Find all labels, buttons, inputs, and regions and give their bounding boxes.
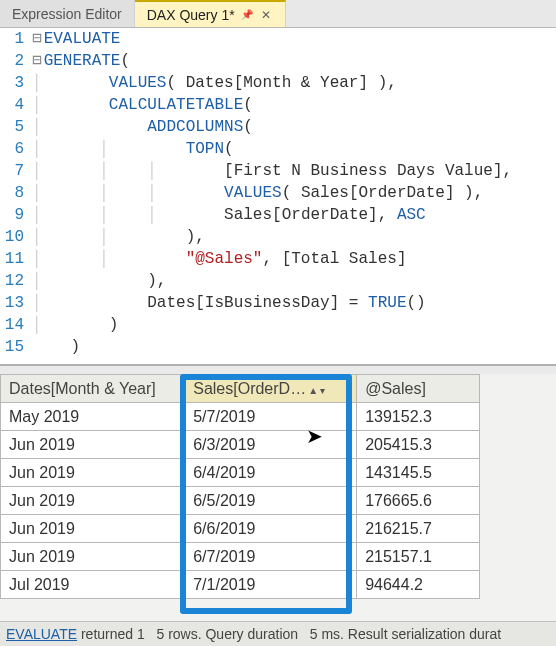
code-token: ( Dates[Month & Year] ), (166, 74, 396, 92)
code-token: "@Sales" (186, 250, 263, 268)
cell-month-year: May 2019 (1, 403, 185, 431)
cell-month-year: Jun 2019 (1, 459, 185, 487)
column-header-sales[interactable]: @Sales] (357, 375, 480, 403)
code-token: () (406, 294, 425, 312)
cell-orderdate: 5/7/2019 (185, 403, 357, 431)
line-number: 8 (0, 182, 32, 204)
line-number: 11 (0, 248, 32, 270)
code-token: VALUES (224, 184, 282, 202)
cell-orderdate: 6/7/2019 (185, 543, 357, 571)
code-token: GENERATE (44, 52, 121, 70)
cell-month-year: Jun 2019 (1, 543, 185, 571)
code-token: ( (224, 140, 234, 158)
results-panel: Dates[Month & Year] Sales[OrderD…▲▾ @Sal… (0, 374, 556, 621)
code-token: ( (243, 96, 253, 114)
line-number: 10 (0, 226, 32, 248)
header-label: Dates[Month & Year] (9, 380, 156, 397)
code-token: Sales[OrderDate], (224, 206, 397, 224)
header-label: @Sales] (365, 380, 426, 397)
code-token: ( Sales[OrderDate] ), (282, 184, 484, 202)
code-token: EVALUATE (44, 30, 121, 48)
tab-expression-editor[interactable]: Expression Editor (0, 0, 135, 27)
code-token: [First N Business Days Value], (224, 162, 512, 180)
table-row[interactable]: May 20195/7/2019139152.3 (1, 403, 480, 431)
cell-sales: 216215.7 (357, 515, 480, 543)
line-number: 4 (0, 94, 32, 116)
status-link[interactable]: EVALUATE (6, 626, 77, 642)
status-bar: EVALUATE returned 1 5 rows. Query durati… (0, 621, 556, 646)
line-number: 13 (0, 292, 32, 314)
code-token: Dates[IsBusinessDay] = (147, 294, 368, 312)
cell-sales: 215157.1 (357, 543, 480, 571)
status-text: 5 ms. Result serialization durat (310, 626, 501, 642)
line-number: 3 (0, 72, 32, 94)
splitter[interactable] (0, 364, 556, 374)
code-token: ( (120, 52, 130, 70)
status-text: 5 rows. Query duration (156, 626, 298, 642)
pin-icon[interactable]: 📌 (241, 9, 253, 20)
cell-month-year: Jun 2019 (1, 431, 185, 459)
code-token: TRUE (368, 294, 406, 312)
cell-orderdate: 6/3/2019 (185, 431, 357, 459)
cell-orderdate: 6/5/2019 (185, 487, 357, 515)
table-row[interactable]: Jun 20196/5/2019176665.6 (1, 487, 480, 515)
code-token: ( (243, 118, 253, 136)
code-token: ASC (397, 206, 426, 224)
sort-asc-icon: ▲ (308, 385, 318, 396)
status-text: returned 1 (77, 626, 145, 642)
cell-sales: 143145.5 (357, 459, 480, 487)
results-grid: Dates[Month & Year] Sales[OrderD…▲▾ @Sal… (0, 374, 480, 599)
close-icon[interactable]: ✕ (259, 8, 273, 22)
code-token: ) (109, 316, 119, 334)
code-editor[interactable]: 1⊟EVALUATE 2⊟GENERATE( 3│ VALUES( Dates[… (0, 28, 556, 364)
code-token: ), (147, 272, 166, 290)
column-header-month-year[interactable]: Dates[Month & Year] (1, 375, 185, 403)
table-row[interactable]: Jun 20196/4/2019143145.5 (1, 459, 480, 487)
tab-strip: Expression Editor DAX Query 1* 📌 ✕ (0, 0, 556, 28)
cell-orderdate: 6/4/2019 (185, 459, 357, 487)
code-token: VALUES (109, 74, 167, 92)
filter-icon[interactable]: ▾ (320, 385, 325, 396)
header-label: Sales[OrderD… (193, 380, 306, 397)
code-token: ) (70, 338, 80, 356)
line-number: 14 (0, 314, 32, 336)
table-row[interactable]: Jul 20197/1/201994644.2 (1, 571, 480, 599)
line-number: 9 (0, 204, 32, 226)
code-token: TOPN (186, 140, 224, 158)
code-token: ADDCOLUMNS (147, 118, 243, 136)
cell-month-year: Jul 2019 (1, 571, 185, 599)
line-number: 1 (0, 28, 32, 50)
code-token: CALCULATETABLE (109, 96, 243, 114)
line-number: 15 (0, 336, 32, 358)
tab-dax-query[interactable]: DAX Query 1* 📌 ✕ (135, 0, 286, 27)
tab-label: DAX Query 1* (147, 7, 235, 23)
table-row[interactable]: Jun 20196/6/2019216215.7 (1, 515, 480, 543)
cell-sales: 139152.3 (357, 403, 480, 431)
cell-sales: 205415.3 (357, 431, 480, 459)
code-token: ), (186, 228, 205, 246)
line-number: 6 (0, 138, 32, 160)
cell-sales: 94644.2 (357, 571, 480, 599)
cell-month-year: Jun 2019 (1, 515, 185, 543)
table-row[interactable]: Jun 20196/3/2019205415.3 (1, 431, 480, 459)
cell-orderdate: 7/1/2019 (185, 571, 357, 599)
column-header-orderdate[interactable]: Sales[OrderD…▲▾ (185, 375, 357, 403)
line-number: 7 (0, 160, 32, 182)
line-number: 12 (0, 270, 32, 292)
cell-month-year: Jun 2019 (1, 487, 185, 515)
line-number: 5 (0, 116, 32, 138)
cell-orderdate: 6/6/2019 (185, 515, 357, 543)
cell-sales: 176665.6 (357, 487, 480, 515)
tab-label: Expression Editor (12, 6, 122, 22)
table-row[interactable]: Jun 20196/7/2019215157.1 (1, 543, 480, 571)
line-number: 2 (0, 50, 32, 72)
code-token: , [Total Sales] (262, 250, 406, 268)
